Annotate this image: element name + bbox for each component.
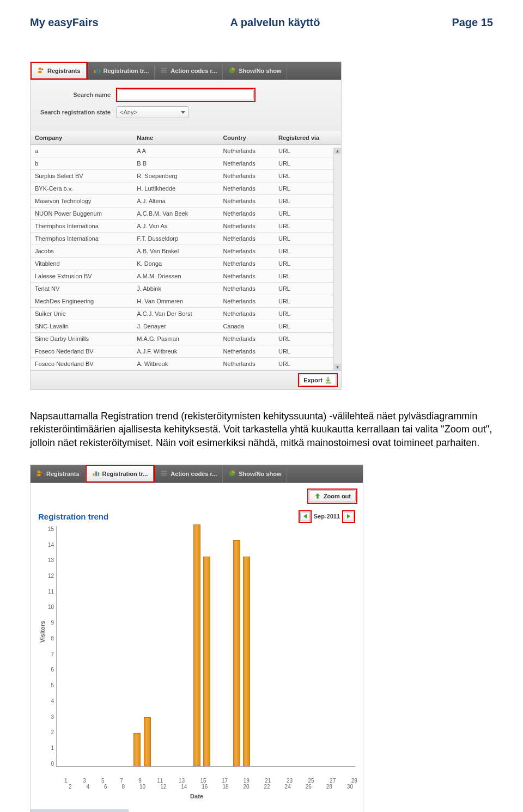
cell-country: Netherlands bbox=[218, 233, 274, 245]
cell-country: Netherlands bbox=[218, 308, 274, 320]
y-axis-ticks: 1514131211109876543210 bbox=[35, 526, 56, 777]
scroll-up-icon[interactable]: ▲ bbox=[334, 148, 341, 154]
export-label: Export bbox=[303, 377, 323, 383]
svg-rect-12 bbox=[37, 474, 41, 476]
table-row[interactable]: VitablendK. DongaNetherlandsURL bbox=[31, 258, 341, 270]
col-company[interactable]: Company bbox=[31, 131, 132, 145]
bar bbox=[203, 557, 210, 766]
header-right: Page 15 bbox=[452, 16, 493, 29]
svg-point-11 bbox=[38, 471, 40, 473]
cell-via: URL bbox=[274, 283, 341, 295]
body-text: Napsauttamalla Registration trend (rekis… bbox=[30, 410, 493, 449]
table-row[interactable]: SNC-LavalinJ. DenayerCanadaURL bbox=[31, 320, 341, 333]
cell-name: A A bbox=[132, 145, 218, 157]
x-tick: 8 bbox=[122, 784, 125, 790]
search-state-dropdown[interactable]: <Any> bbox=[116, 106, 189, 118]
cell-name: H. Van Ommeren bbox=[132, 295, 218, 308]
y-tick: 7 bbox=[48, 651, 54, 657]
tab-label: Action codes r... bbox=[171, 471, 217, 477]
col-registered-via[interactable]: Registered via bbox=[274, 131, 341, 145]
table-row[interactable]: JacobsA.B. Van BrakelNetherlandsURL bbox=[31, 245, 341, 258]
y-tick: 1 bbox=[48, 745, 54, 751]
x-tick: 12 bbox=[160, 784, 166, 790]
tab-label: Registrants bbox=[47, 68, 81, 74]
svg-rect-3 bbox=[94, 70, 95, 73]
cell-name: A.J. Van As bbox=[132, 220, 218, 233]
scroll-down-icon[interactable]: ▼ bbox=[334, 364, 341, 370]
y-tick: 14 bbox=[48, 542, 54, 548]
table-row[interactable]: bB BNetherlandsURL bbox=[31, 157, 341, 170]
cell-via: URL bbox=[274, 195, 341, 207]
table-row[interactable]: Suiker UnieA.C.J. Van Der BorstNetherlan… bbox=[31, 308, 341, 320]
tab-show-no-show[interactable]: Show/No show bbox=[223, 465, 287, 483]
table-row[interactable]: Surplus Select BVR. SoepenbergNetherland… bbox=[31, 170, 341, 182]
table-row[interactable]: Lalesse Extrusion BVA.M.M. DriessenNethe… bbox=[31, 270, 341, 283]
table-row[interactable]: Masevon TechnologyA.J. AltenaNetherlands… bbox=[31, 195, 341, 207]
tab-registrants[interactable]: Registrants bbox=[31, 465, 86, 483]
y-tick: 10 bbox=[48, 604, 54, 610]
tab-label: Registrants bbox=[46, 471, 80, 477]
search-name-input[interactable] bbox=[118, 89, 254, 100]
cell-via: URL bbox=[274, 157, 341, 170]
cell-name: J. Denayer bbox=[132, 320, 218, 333]
table-row[interactable]: Thermphos InternationaF.T. DusseldorpNet… bbox=[31, 233, 341, 245]
svg-rect-10 bbox=[326, 382, 332, 383]
cell-via: URL bbox=[274, 207, 341, 220]
y-tick: 9 bbox=[48, 620, 54, 626]
cell-company: a bbox=[31, 145, 132, 157]
table-row[interactable]: MechDes EngineeringH. Van OmmerenNetherl… bbox=[31, 295, 341, 308]
cell-company: NUON Power Buggenum bbox=[31, 207, 132, 220]
table-row[interactable]: aA ANetherlandsURL bbox=[31, 145, 341, 157]
col-name[interactable]: Name bbox=[132, 131, 218, 145]
x-tick: 15 bbox=[200, 778, 206, 784]
tab-label: Show/No show bbox=[239, 471, 281, 477]
table-row[interactable]: BYK-Cera b.v.H. LuttikheddeNetherlandsUR… bbox=[31, 182, 341, 195]
x-tick: 20 bbox=[243, 784, 249, 790]
next-month-button[interactable] bbox=[344, 512, 354, 521]
col-country[interactable]: Country bbox=[218, 131, 274, 145]
cell-name: A.C.J. Van Der Borst bbox=[132, 308, 218, 320]
cell-name: A. Witbreuk bbox=[132, 358, 218, 370]
table-row[interactable]: Thermphos InternationaA.J. Van AsNetherl… bbox=[31, 220, 341, 233]
bar bbox=[144, 717, 151, 766]
svg-rect-18 bbox=[161, 473, 167, 474]
footer-rule bbox=[31, 809, 129, 812]
table-row[interactable]: Terlat NVJ. AbbinkNetherlandsURL bbox=[31, 283, 341, 295]
x-tick: 28 bbox=[326, 784, 332, 790]
cell-company: Foseco Nederland BV bbox=[31, 358, 132, 370]
table-row[interactable]: Foseco Nederland BVA.J.F. WitbreukNether… bbox=[31, 345, 341, 358]
cell-company: Masevon Technology bbox=[31, 195, 132, 207]
x-tick: 23 bbox=[287, 778, 293, 784]
x-tick: 29 bbox=[351, 778, 357, 784]
x-tick: 14 bbox=[181, 784, 187, 790]
svg-rect-7 bbox=[161, 70, 167, 71]
scrollbar[interactable]: ▲ ▼ bbox=[333, 148, 341, 370]
tab-registrants[interactable]: Registrants bbox=[32, 63, 87, 78]
x-tick: 13 bbox=[179, 778, 185, 784]
x-tick: 22 bbox=[264, 784, 270, 790]
x-tick: 4 bbox=[87, 784, 90, 790]
y-tick: 6 bbox=[48, 667, 54, 673]
prev-month-button[interactable] bbox=[300, 512, 310, 521]
svg-rect-19 bbox=[161, 475, 167, 476]
x-tick: 3 bbox=[83, 778, 86, 784]
table-row[interactable]: Foseco Nederland BVA. WitbreukNetherland… bbox=[31, 358, 341, 370]
registrants-panel: RegistrantsRegistration tr...Action code… bbox=[30, 62, 342, 390]
tab-registration-tr-[interactable]: Registration tr... bbox=[88, 62, 155, 80]
zoom-out-button[interactable]: Zoom out bbox=[309, 490, 356, 502]
cell-country: Netherlands bbox=[218, 358, 274, 370]
tab-action-codes-r-[interactable]: Action codes r... bbox=[155, 465, 223, 483]
x-tick: 26 bbox=[306, 784, 312, 790]
table-row[interactable]: Sime Darby UnimillsM.A.G. PasmanNetherla… bbox=[31, 333, 341, 345]
tab-action-codes-r-[interactable]: Action codes r... bbox=[155, 62, 223, 80]
cell-via: URL bbox=[274, 333, 341, 345]
cell-country: Netherlands bbox=[218, 157, 274, 170]
cell-company: Suiker Unie bbox=[31, 308, 132, 320]
table-row[interactable]: NUON Power BuggenumA.C.B.M. Van BeekNeth… bbox=[31, 207, 341, 220]
x-tick: 30 bbox=[347, 784, 353, 790]
tab-show-no-show[interactable]: Show/No show bbox=[223, 62, 287, 80]
svg-rect-15 bbox=[95, 471, 97, 476]
tab-registration-tr-[interactable]: Registration tr... bbox=[87, 466, 154, 481]
cell-country: Netherlands bbox=[218, 295, 274, 308]
export-button[interactable]: Export bbox=[300, 375, 336, 386]
